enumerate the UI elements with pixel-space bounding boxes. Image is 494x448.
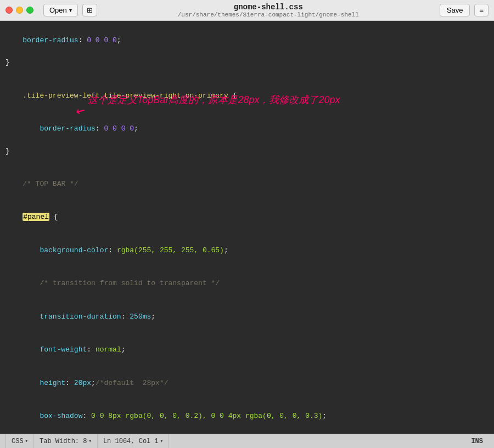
save-button[interactable]: Save [440,4,470,16]
ins-label: INS [465,438,489,445]
code-line: border-radius: 0 0 0 0; [5,112,494,145]
code-line: #panel { [5,201,494,234]
code-line: /* transition from solid to transparent … [5,267,494,300]
open-label: Open [49,6,67,14]
title-center: gnome-shell.css /usr/share/themes/Sierra… [102,3,435,18]
code-line: font-weight: normal; [5,333,494,366]
code-line [5,69,494,80]
traffic-lights [5,7,33,14]
tab-width-label: Tab Width: 8 [40,438,87,445]
tab-chevron-icon: ▾ [88,438,91,444]
status-bar: CSS ▾ Tab Width: 8 ▾ Ln 1064, Col 1 ▾ IN… [0,434,494,448]
minimize-button[interactable] [16,7,23,14]
code-line: transition-duration: 250ms; [5,300,494,333]
pos-chevron-icon: ▾ [160,438,163,444]
code-line: } [5,57,494,68]
file-icon-button[interactable]: ⊞ [82,4,97,16]
maximize-button[interactable] [26,7,33,14]
code-line: } [5,433,494,434]
filename: gnome-shell.css [102,3,435,12]
code-line: background-color: rgba(255, 255, 255, 0.… [5,234,494,267]
css-chevron-icon: ▾ [25,438,28,444]
menu-button[interactable]: ≡ [474,4,489,16]
editor-area[interactable]: 这个是定义TopBar高度的，原本是28px，我修改成了20px ↙ borde… [0,21,494,434]
status-tab-width[interactable]: Tab Width: 8 ▾ [34,434,98,448]
code-line: /* TOP BAR */ [5,168,494,201]
title-bar: Open ▾ ⊞ gnome-shell.css /usr/share/them… [0,0,494,21]
status-css[interactable]: CSS ▾ [5,434,34,448]
open-button[interactable]: Open ▾ [43,4,78,16]
filepath: /usr/share/themes/Sierra-compact-light/g… [102,12,435,18]
position-label: Ln 1064, Col 1 [103,438,159,445]
code-line: box-shadow: 0 0 8px rgba(0, 0, 0, 0.2), … [5,400,494,433]
code-line: border-radius: 0 0 0 0; [5,24,494,57]
css-label: CSS [12,438,24,445]
code-line: height: 20px;/*default 28px*/ [5,366,494,399]
code-line: .tile-preview-left.tile-preview-right.on… [5,80,494,112]
open-chevron-icon: ▾ [69,7,72,13]
close-button[interactable] [5,7,13,14]
code-line [5,157,494,168]
status-position[interactable]: Ln 1064, Col 1 ▾ [98,434,169,448]
code-line: } [5,146,494,157]
